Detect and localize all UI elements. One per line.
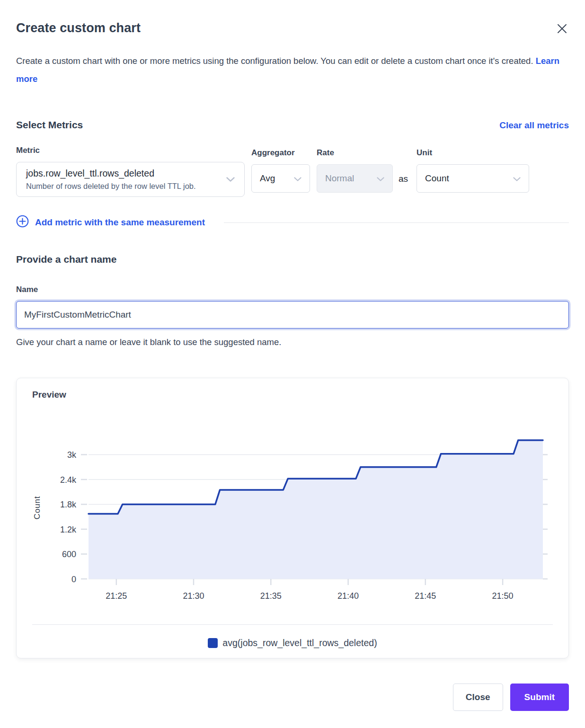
chart-name-input[interactable] [16, 301, 569, 328]
metric-select-description: Number of rows deleted by the row level … [26, 182, 196, 191]
aggregator-select-value: Avg [260, 173, 275, 184]
svg-text:21:50: 21:50 [492, 591, 514, 600]
divider [224, 222, 569, 223]
as-label: as [399, 174, 408, 184]
add-metric-row: Add metric with the same measurement [16, 215, 569, 230]
svg-text:21:25: 21:25 [106, 591, 127, 600]
svg-text:1.8k: 1.8k [60, 500, 77, 509]
aggregator-label: Aggregator [251, 148, 310, 158]
preview-card: Preview 06001.2k1.8k2.4k3k21:2521:3021:3… [16, 378, 569, 658]
clear-all-metrics-link[interactable]: Clear all metrics [499, 120, 569, 131]
modal-header: Create custom chart [16, 21, 569, 37]
svg-text:600: 600 [62, 550, 76, 559]
legend-label: avg(jobs_row_level_ttl_rows_deleted) [222, 638, 377, 648]
select-metrics-heading: Select Metrics [16, 119, 83, 131]
svg-text:21:35: 21:35 [260, 591, 282, 600]
chart-legend: avg(jobs_row_level_ttl_rows_deleted) [32, 638, 553, 648]
description-text: Create a custom chart with one or more m… [16, 56, 533, 66]
svg-text:Count: Count [33, 496, 42, 519]
chevron-down-icon [513, 173, 521, 184]
close-icon [557, 28, 567, 35]
divider [32, 624, 553, 625]
add-metric-label: Add metric with the same measurement [35, 217, 205, 228]
unit-select-value: Count [425, 173, 449, 184]
add-metric-button[interactable]: Add metric with the same measurement [16, 215, 205, 230]
svg-text:0: 0 [71, 575, 76, 584]
page-title: Create custom chart [16, 21, 141, 36]
select-metrics-header: Select Metrics Clear all metrics [16, 119, 569, 131]
rate-select: Normal [317, 164, 393, 193]
metric-select-value: jobs.row_level_ttl.rows_deleted [26, 168, 196, 179]
metric-controls-row: Metric jobs.row_level_ttl.rows_deleted N… [16, 146, 569, 197]
legend-swatch [208, 638, 218, 648]
submit-button[interactable]: Submit [510, 684, 569, 711]
modal-description: Create a custom chart with one or more m… [16, 52, 565, 88]
chevron-down-icon [294, 173, 301, 184]
modal-footer: Close Submit [16, 684, 569, 711]
aggregator-select[interactable]: Avg [251, 164, 310, 193]
rate-select-value: Normal [325, 173, 354, 184]
svg-text:21:45: 21:45 [415, 591, 436, 600]
chevron-down-icon [226, 175, 235, 184]
svg-text:2.4k: 2.4k [60, 475, 77, 485]
svg-text:21:40: 21:40 [337, 591, 359, 600]
unit-label: Unit [417, 148, 529, 158]
metric-label: Metric [16, 146, 245, 155]
step-area-chart: 06001.2k1.8k2.4k3k21:2521:3021:3521:4021… [32, 424, 553, 600]
preview-chart: 06001.2k1.8k2.4k3k21:2521:3021:3521:4021… [32, 424, 553, 600]
svg-text:1.2k: 1.2k [60, 525, 77, 534]
svg-text:21:30: 21:30 [183, 591, 204, 600]
plus-circle-icon [16, 215, 29, 230]
close-button-footer[interactable]: Close [453, 684, 503, 711]
name-helper-text: Give your chart a name or leave it blank… [16, 337, 569, 347]
create-custom-chart-modal: Create custom chart Create a custom char… [0, 0, 585, 728]
chevron-down-icon [377, 173, 384, 184]
unit-select[interactable]: Count [417, 164, 529, 193]
rate-label: Rate [317, 148, 393, 158]
svg-text:3k: 3k [67, 450, 77, 460]
metric-select[interactable]: jobs.row_level_ttl.rows_deleted Number o… [16, 162, 245, 197]
preview-heading: Preview [32, 390, 553, 400]
name-label: Name [16, 285, 569, 294]
close-button[interactable] [555, 22, 569, 37]
chart-name-heading: Provide a chart name [16, 254, 569, 265]
